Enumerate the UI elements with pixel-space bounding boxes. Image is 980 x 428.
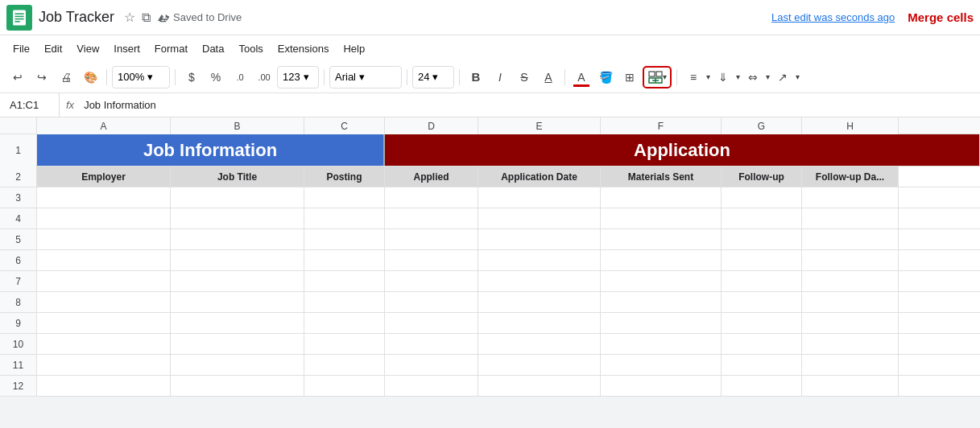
cell-b8[interactable] [171,292,304,312]
cell-g12[interactable] [722,376,802,396]
cell-h6[interactable] [802,250,899,270]
format-dropdown[interactable]: 123 ▾ [277,66,319,88]
row-num-4[interactable]: 4 [0,208,37,228]
cell-d5[interactable] [385,229,478,249]
cell-e3[interactable] [478,187,601,208]
paint-format-button[interactable]: 🎨 [79,66,101,88]
cell-e8[interactable] [478,292,601,312]
row-num-2[interactable]: 2 [0,167,37,187]
menu-edit[interactable]: Edit [38,39,68,58]
v-align-button[interactable]: ⇓ [712,66,734,88]
cell-e5[interactable] [478,229,601,249]
cell-c10[interactable] [304,334,385,354]
col-header-h[interactable]: H [802,117,899,134]
percent-button[interactable]: % [205,66,227,88]
cell-g8[interactable] [722,292,802,312]
zoom-dropdown[interactable]: 100% ▾ [112,66,170,88]
cell-b11[interactable] [171,355,304,375]
menu-view[interactable]: View [70,39,105,58]
cell-a11[interactable] [37,355,171,375]
cell-f9[interactable] [601,313,722,333]
cell-g9[interactable] [722,313,802,333]
merge-cells-button[interactable]: ▾ [643,66,672,88]
cell-a12[interactable] [37,376,171,396]
h-align-button[interactable]: ≡ [682,66,705,88]
cell-d1[interactable]: Application [385,134,980,166]
cell-b2[interactable]: Job Title [171,167,304,187]
cell-c4[interactable] [304,208,385,228]
cell-g10[interactable] [722,334,802,354]
fill-color-button[interactable]: 🪣 [594,66,617,88]
star-icon[interactable]: ☆ [124,10,135,25]
increase-decimal-button[interactable]: .00 [253,66,275,88]
cell-d8[interactable] [385,292,478,312]
menu-help[interactable]: Help [337,39,371,58]
col-header-a[interactable]: A [37,117,171,134]
menu-file[interactable]: File [6,39,36,58]
cell-d12[interactable] [385,376,478,396]
cell-b4[interactable] [171,208,304,228]
cell-h8[interactable] [802,292,899,312]
cell-b10[interactable] [171,334,304,354]
cell-e10[interactable] [478,334,601,354]
row-num-10[interactable]: 10 [0,334,37,354]
undo-button[interactable]: ↩ [6,66,29,88]
formula-content[interactable]: Job Information [81,99,977,111]
cell-g5[interactable] [722,229,802,249]
cell-f5[interactable] [601,229,722,249]
col-header-d[interactable]: D [385,117,478,134]
text-color-button[interactable]: A [570,66,593,88]
cell-c3[interactable] [304,187,385,208]
cell-g7[interactable] [722,271,802,291]
cell-f2[interactable]: Materials Sent [601,167,722,187]
col-header-e[interactable]: E [478,117,601,134]
cell-c2[interactable]: Posting [304,167,385,187]
bold-button[interactable]: B [465,66,487,88]
col-header-g[interactable]: G [722,117,802,134]
cell-f6[interactable] [601,250,722,270]
cell-b7[interactable] [171,271,304,291]
menu-format[interactable]: Format [148,39,194,58]
cell-f11[interactable] [601,355,722,375]
cell-g11[interactable] [722,355,802,375]
print-button[interactable]: 🖨 [55,66,77,88]
last-edit-text[interactable]: Last edit was seconds ago [771,11,895,23]
cell-f10[interactable] [601,334,722,354]
cell-a7[interactable] [37,271,171,291]
cell-e4[interactable] [478,208,601,228]
cell-a9[interactable] [37,313,171,333]
cell-a4[interactable] [37,208,171,228]
cell-c9[interactable] [304,313,385,333]
cell-b9[interactable] [171,313,304,333]
cell-e9[interactable] [478,313,601,333]
cell-e6[interactable] [478,250,601,270]
row-num-11[interactable]: 11 [0,355,37,375]
cell-c8[interactable] [304,292,385,312]
cell-e7[interactable] [478,271,601,291]
cell-c5[interactable] [304,229,385,249]
cell-d7[interactable] [385,271,478,291]
decrease-decimal-button[interactable]: .0 [229,66,251,88]
cell-e11[interactable] [478,355,601,375]
font-family-dropdown[interactable]: Arial ▾ [329,66,402,88]
cell-c6[interactable] [304,250,385,270]
borders-button[interactable]: ⊞ [618,66,641,88]
cell-h9[interactable] [802,313,899,333]
cell-d2[interactable]: Applied [385,167,478,187]
cell-h7[interactable] [802,271,899,291]
cell-c12[interactable] [304,376,385,396]
col-header-b[interactable]: B [171,117,304,134]
strikethrough-button[interactable]: S [513,66,535,88]
cell-a6[interactable] [37,250,171,270]
cell-b3[interactable] [171,187,304,208]
cell-b5[interactable] [171,229,304,249]
cell-f3[interactable] [601,187,722,208]
row-num-8[interactable]: 8 [0,292,37,312]
col-header-f[interactable]: F [601,117,722,134]
row-num-5[interactable]: 5 [0,229,37,249]
redo-button[interactable]: ↪ [31,66,53,88]
cell-d3[interactable] [385,187,478,208]
cell-f4[interactable] [601,208,722,228]
cell-a8[interactable] [37,292,171,312]
menu-insert[interactable]: Insert [107,39,147,58]
